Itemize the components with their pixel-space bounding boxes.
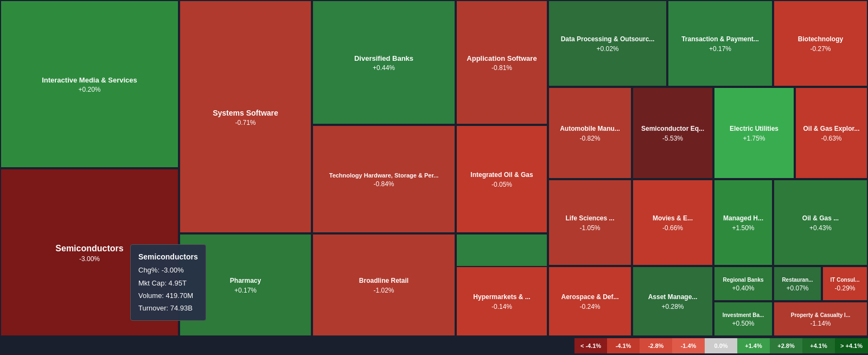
cell-title-data-processing: Data Processing & Outsourc...: [559, 34, 657, 45]
cell-application-software[interactable]: Application Software-0.81%: [456, 0, 548, 125]
cell-automobile-manu[interactable]: Automobile Manu...-0.82%: [548, 87, 632, 179]
cell-integrated-oil[interactable]: Integrated Oil & Gas-0.05%: [456, 125, 548, 233]
cell-title-automobile-manu: Automobile Manu...: [558, 124, 622, 135]
cell-title-aerospace-def: Aerospace & Def...: [559, 292, 621, 303]
cell-title-property-casualty: Property & Casualty I...: [789, 310, 852, 320]
cell-data-processing[interactable]: Data Processing & Outsourc...+0.02%: [548, 0, 667, 87]
cell-title-asset-manage: Asset Manage...: [646, 292, 700, 303]
cell-diversified-banks[interactable]: Diversified Banks+0.44%: [312, 0, 456, 125]
cell-title-oil-gas2: Oil & Gas ...: [800, 213, 841, 224]
cell-change-semiconductor-eq: -5.53%: [662, 135, 683, 142]
cell-change-systems-software: -0.71%: [235, 119, 256, 126]
cell-title-biotechnology: Biotechnology: [796, 34, 845, 45]
cell-change-managed-h: +1.50%: [732, 224, 754, 232]
cell-title-interactive-media: Interactive Media & Services: [40, 75, 139, 86]
cell-change-semiconductors: -3.00%: [79, 255, 100, 263]
cell-regional-banks[interactable]: Regional Banks+0.40%: [713, 266, 773, 301]
cell-pharmacy[interactable]: Pharmacy+0.17%: [179, 233, 312, 337]
cell-title-broadline-retail: Broadline Retail: [357, 276, 411, 287]
cell-title-integrated-oil: Integrated Oil & Gas: [468, 170, 535, 181]
cell-oil-gas2[interactable]: Oil & Gas ...+0.43%: [773, 179, 868, 266]
cell-oil-gas-explor[interactable]: Oil & Gas Explor...-0.63%: [795, 87, 868, 179]
legend-segment--2.8%: -2.8%: [640, 338, 672, 353]
cell-change-tech-hardware: -0.84%: [373, 180, 394, 188]
cell-life-sciences[interactable]: Life Sciences ...-1.05%: [548, 179, 632, 266]
cell-change-transaction-payment: +0.17%: [709, 45, 731, 53]
cell-title-it-consulting: IT Consul...: [828, 275, 862, 284]
cell-title-restaurants: Restauran...: [780, 275, 815, 284]
cell-title-tech-hardware: Technology Hardware, Storage & Per...: [327, 170, 441, 180]
cell-change-broadline-retail: -1.02%: [373, 287, 394, 294]
cell-change-interactive-media: +0.20%: [78, 86, 100, 93]
cell-title-electric-utilities: Electric Utilities: [727, 124, 781, 135]
cell-semiconductor-eq[interactable]: Semiconductor Eq...-5.53%: [632, 87, 713, 179]
cell-broadline-retail[interactable]: Broadline Retail-1.02%: [312, 233, 456, 337]
cell-title-diversified-banks: Diversified Banks: [352, 53, 416, 65]
cell-aerospace-def[interactable]: Aerospace & Def...-0.24%: [548, 266, 632, 337]
cell-tech-hardware[interactable]: Technology Hardware, Storage & Per...-0.…: [312, 125, 456, 233]
cell-title-regional-banks: Regional Banks: [720, 275, 765, 284]
cell-title-movies-entertainment: Movies & E...: [650, 213, 695, 224]
legend-segment-+2.8%: +2.8%: [770, 338, 802, 353]
cell-movies-entertainment[interactable]: Movies & E...-0.66%: [632, 179, 713, 266]
cell-biotechnology[interactable]: Biotechnology-0.27%: [773, 0, 868, 87]
cell-title-life-sciences: Life Sciences ...: [563, 213, 616, 224]
legend-segment-0.0%: 0.0%: [705, 338, 737, 353]
cell-it-consulting[interactable]: IT Consul...-0.29%: [822, 266, 868, 301]
cell-title-managed-h: Managed H...: [721, 213, 765, 224]
cell-change-it-consulting: -0.29%: [834, 284, 855, 292]
cell-change-oil-gas2: +0.43%: [809, 224, 832, 232]
cell-change-integrated-oil: -0.05%: [492, 181, 512, 188]
cell-interactive-media[interactable]: Interactive Media & Services+0.20%: [0, 0, 179, 168]
cell-asset-manage[interactable]: Asset Manage...+0.28%: [632, 266, 713, 337]
cell-change-regional-banks: +0.40%: [732, 284, 754, 292]
cell-title-semiconductors: Semiconductors: [53, 242, 125, 256]
legend-segment-> +4.1%: > +4.1%: [835, 338, 868, 353]
legend-segment-< -4.1%: < -4.1%: [575, 338, 607, 353]
treemap-container: Interactive Media & Services+0.20%System…: [0, 0, 868, 337]
legend-bar: < -4.1%-4.1%-2.8%-1.4%0.0%+1.4%+2.8%+4.1…: [575, 337, 868, 355]
cell-change-electric-utilities: +1.75%: [743, 135, 765, 142]
cell-change-aerospace-def: -0.24%: [579, 303, 600, 310]
cell-title-transaction-payment: Transaction & Payment...: [679, 34, 761, 45]
cell-change-data-processing: +0.02%: [596, 45, 618, 53]
cell-title-oil-gas-explor: Oil & Gas Explor...: [801, 124, 861, 135]
cell-change-restaurants: +0.07%: [786, 284, 808, 292]
legend-segment-+1.4%: +1.4%: [737, 338, 770, 353]
cell-electric-utilities[interactable]: Electric Utilities+1.75%: [713, 87, 795, 179]
cell-change-life-sciences: -1.05%: [579, 224, 600, 232]
cell-change-diversified-banks: +0.44%: [373, 64, 395, 72]
cell-change-asset-manage: +0.28%: [661, 303, 684, 310]
cell-managed-h[interactable]: Managed H...+1.50%: [713, 179, 773, 266]
cell-title-investment-ba: Investment Ba...: [720, 310, 767, 320]
cell-change-application-software: -0.81%: [492, 64, 512, 72]
cell-transaction-payment[interactable]: Transaction & Payment...+0.17%: [667, 0, 773, 87]
legend-segment--1.4%: -1.4%: [672, 338, 705, 353]
cell-restaurants[interactable]: Restauran...+0.07%: [773, 266, 822, 301]
cell-title-hypermarkets: Hypermarkets & ...: [471, 292, 532, 303]
cell-title-pharmacy: Pharmacy: [228, 276, 263, 287]
cell-change-movies-entertainment: -0.66%: [662, 224, 683, 232]
cell-title-application-software: Application Software: [464, 53, 539, 65]
cell-title-semiconductor-eq: Semiconductor Eq...: [639, 124, 706, 135]
cell-property-casualty[interactable]: Property & Casualty I...-1.14%: [773, 301, 868, 337]
cell-change-automobile-manu: -0.82%: [579, 135, 600, 142]
cell-investment-ba[interactable]: Investment Ba...+0.50%: [713, 301, 773, 337]
cell-change-pharmacy: +0.17%: [234, 287, 257, 294]
cell-change-hypermarkets: -0.14%: [492, 303, 512, 310]
cell-title-systems-software: Systems Software: [210, 107, 280, 119]
cell-hypermarkets[interactable]: Hypermarkets & ...-0.14%: [456, 266, 548, 337]
cell-semiconductors[interactable]: Semiconductors-3.00%: [0, 168, 179, 337]
legend-segment-+4.1%: +4.1%: [802, 338, 835, 353]
cell-change-investment-ba: +0.50%: [732, 320, 754, 327]
cell-change-biotechnology: -0.27%: [810, 45, 831, 53]
cell-change-oil-gas-explor: -0.63%: [821, 135, 841, 142]
cell-systems-software[interactable]: Systems Software-0.71%: [179, 0, 312, 233]
legend-segment--4.1%: -4.1%: [607, 338, 640, 353]
cell-change-property-casualty: -1.14%: [810, 320, 831, 327]
